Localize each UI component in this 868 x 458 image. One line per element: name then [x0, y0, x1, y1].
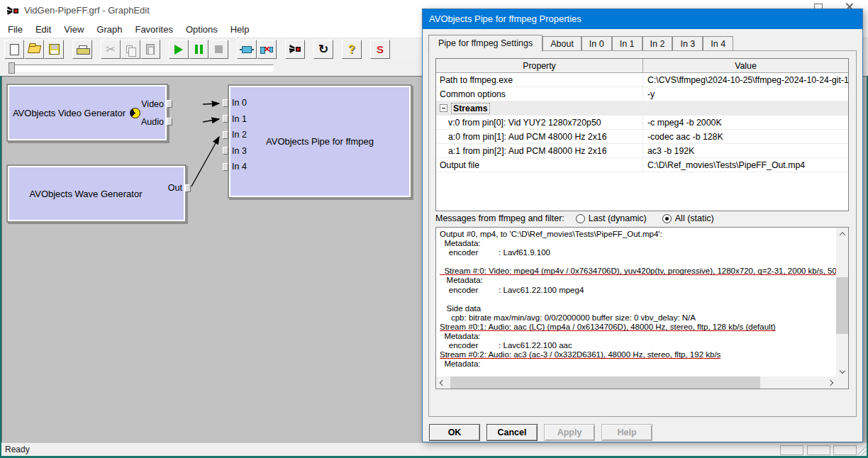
clock-icon — [130, 108, 140, 118]
menu-item[interactable]: View — [57, 21, 90, 38]
scroll-down-icon[interactable] — [836, 364, 848, 376]
input-pin[interactable]: In 2 — [223, 127, 247, 143]
dialog-button[interactable]: Cancel — [486, 424, 538, 441]
connection-audio-in1[interactable] — [203, 119, 219, 122]
pause-icon — [195, 45, 203, 54]
dialog-tab[interactable]: In 4 — [703, 36, 733, 50]
menu-item[interactable]: Favorites — [128, 21, 179, 38]
menu-item[interactable]: Options — [179, 21, 224, 38]
output-pin[interactable]: Video — [141, 95, 172, 113]
save-button[interactable] — [44, 40, 64, 59]
table-header: Property Value — [436, 59, 848, 73]
input-pin[interactable]: In 0 — [223, 95, 247, 111]
connection-out-in2[interactable] — [191, 137, 219, 186]
log-line: encoder : Lavc61.22.100 mpeg4 — [440, 286, 836, 295]
ffmpeg-log-box[interactable]: Output #0, mp4, to 'C:\D\Ref_movies\Test… — [435, 227, 849, 389]
trackbar-groove — [11, 65, 274, 72]
pipe-for-ffmpeg-node[interactable]: AVObjects Pipe for ffmpeg In 0 In 1 — [228, 84, 412, 199]
resize-grip-icon[interactable] — [856, 445, 866, 455]
output-pin[interactable]: Audio — [141, 113, 172, 130]
help-button[interactable]: ? — [342, 40, 362, 59]
scroll-up-icon[interactable] — [836, 228, 848, 240]
log-line: Metadata: — [440, 276, 836, 285]
radio-icon[interactable] — [662, 214, 672, 223]
play-button[interactable] — [169, 40, 189, 59]
open-button[interactable] — [24, 40, 44, 59]
value-column-header: Value — [643, 59, 848, 72]
node-title: AVObjects Pipe for ffmpeg — [266, 136, 374, 147]
output-pin[interactable]: Out — [168, 181, 191, 194]
status-text: Ready — [5, 445, 30, 454]
refresh-button[interactable]: ↻ — [313, 40, 333, 59]
graphedit-logo-button[interactable] — [285, 40, 305, 59]
s-icon: S — [377, 44, 384, 55]
pin-square-icon[interactable] — [223, 115, 228, 123]
input-pin[interactable]: In 4 — [223, 159, 247, 175]
dialog-button[interactable]: Help — [601, 424, 652, 441]
disconnect-button[interactable] — [257, 40, 277, 59]
radio-option[interactable]: All (static) — [662, 213, 714, 223]
pause-button[interactable] — [189, 40, 208, 59]
property-row[interactable]: Output file C:\D\Ref_movies\Tests\PipeFF… — [436, 158, 848, 172]
scroll-left-icon[interactable] — [436, 376, 448, 389]
pin-square-icon[interactable] — [167, 118, 172, 125]
scroll-right-icon[interactable] — [824, 376, 836, 389]
horizontal-scrollbar[interactable] — [436, 376, 836, 389]
menu-item[interactable]: Edit — [29, 21, 57, 38]
connection-video-in0[interactable] — [203, 104, 219, 104]
menu-item[interactable]: Help — [224, 21, 256, 38]
log-line: Side data — [440, 304, 836, 313]
pin-square-icon[interactable] — [223, 99, 228, 107]
property-row[interactable]: Common options -y — [436, 87, 848, 101]
menu-item[interactable]: Graph — [90, 21, 128, 38]
dialog-buttons: OK Cancel Apply Help — [429, 424, 652, 441]
node-title: AVObjects Wave Generator — [30, 189, 143, 199]
video-generator-node[interactable]: AVObjects Video Generator Video Audio — [6, 84, 168, 142]
dialog-button[interactable]: OK — [429, 424, 480, 441]
dialog-button[interactable]: Apply — [544, 424, 595, 441]
dialog-tab[interactable]: Pipe for ffmpeg Settings — [428, 35, 542, 52]
log-line: Output #0, mp4, to 'C:\D\Ref_movies\Test… — [440, 230, 836, 239]
dialog-tab[interactable]: In 0 — [582, 36, 612, 50]
wave-generator-node[interactable]: AVObjects Wave Generator Out — [6, 164, 187, 223]
paste-button — [140, 40, 160, 59]
property-row[interactable]: Path to ffmpeg.exe C:\CVS\ffmpeg\2024-10… — [436, 73, 848, 87]
menu-item[interactable]: File — [1, 21, 29, 38]
pin-square-icon[interactable] — [185, 184, 191, 192]
dialog-tab[interactable]: In 1 — [612, 36, 642, 50]
property-row[interactable]: a:1 from pin[2]: Aud PCM 48000 Hz 2x16 a… — [436, 144, 848, 158]
input-pin[interactable]: In 1 — [223, 111, 247, 128]
print-button[interactable] — [72, 40, 92, 59]
property-row[interactable]: v:0 from pin[0]: Vid YUY2 1280x720p50 -c… — [436, 116, 848, 130]
refresh-icon: ↻ — [318, 43, 328, 55]
dialog-tab[interactable]: About — [542, 36, 582, 50]
insert-filter-button[interactable] — [237, 40, 257, 59]
script-button[interactable]: S — [370, 40, 390, 59]
property-row[interactable]: a:0 from pin[1]: Aud PCM 48000 Hz 2x16 -… — [436, 130, 848, 144]
dialog-tab[interactable]: In 2 — [642, 36, 673, 50]
property-table: Property Value Path to ffmpeg.exe C:\CVS… — [435, 58, 849, 211]
property-row[interactable]: Streams — [436, 101, 848, 116]
pin-square-icon[interactable] — [223, 147, 228, 155]
scrollbar-corner — [836, 376, 848, 389]
radio-icon[interactable] — [576, 214, 585, 223]
trackbar-thumb[interactable] — [9, 62, 15, 74]
pin-square-icon[interactable] — [223, 163, 228, 171]
log-line — [440, 295, 836, 304]
scissors-icon: ✂ — [106, 44, 115, 55]
pin-square-icon[interactable] — [167, 100, 172, 108]
filter-box-icon — [242, 46, 252, 53]
dialog-tabs: Pipe for ffmpeg Settings About In 0 In 1… — [428, 35, 733, 50]
status-bar: Ready — [1, 442, 867, 456]
collapse-icon[interactable] — [440, 104, 447, 112]
dialog-tab[interactable]: In 3 — [672, 36, 703, 50]
vertical-scrollbar[interactable] — [836, 228, 848, 376]
pin-square-icon[interactable] — [223, 131, 228, 139]
new-button[interactable] — [4, 40, 24, 59]
horizontal-scroll-thumb[interactable] — [450, 376, 760, 389]
radio-option[interactable]: Last (dynamic) — [576, 213, 647, 223]
vertical-scroll-thumb[interactable] — [836, 277, 848, 334]
status-pane — [780, 445, 803, 455]
input-pin[interactable]: In 3 — [223, 143, 247, 160]
log-line: encoder : Lavf61.9.100 — [440, 248, 836, 257]
